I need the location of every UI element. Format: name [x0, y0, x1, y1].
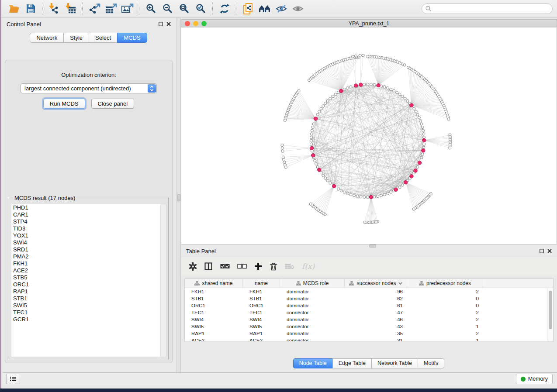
- tab-style[interactable]: Style: [63, 33, 89, 43]
- table-cell[interactable]: 35: [345, 330, 407, 337]
- table-cell[interactable]: TEC1: [243, 309, 280, 316]
- tab-mcds[interactable]: MCDS: [117, 33, 147, 43]
- save-icon[interactable]: [22, 1, 39, 16]
- zoom-fit-icon[interactable]: [176, 1, 193, 16]
- table-cell[interactable]: 46: [345, 316, 407, 323]
- table-row[interactable]: STB1STB1dominator620: [185, 295, 553, 302]
- table-cell[interactable]: RAP1: [185, 330, 243, 337]
- splitter-grip[interactable]: [177, 194, 180, 201]
- import-table-icon[interactable]: [62, 1, 79, 16]
- table-cell[interactable]: dominator: [280, 288, 345, 295]
- table-scrollbar-thumb[interactable]: [549, 291, 552, 329]
- mcds-result-item[interactable]: STP4: [11, 218, 166, 225]
- result-list-scrollbar[interactable]: [160, 204, 166, 357]
- table-cell[interactable]: SWI4: [185, 316, 243, 323]
- table-cell[interactable]: 31: [345, 337, 407, 341]
- column-header-predecessor-nodes[interactable]: predecessor nodes: [407, 279, 483, 288]
- table-cell[interactable]: 2: [407, 309, 483, 316]
- table-cell[interactable]: 1: [407, 323, 483, 330]
- hide-selected-icon[interactable]: [273, 1, 290, 16]
- table-cell[interactable]: dominator: [280, 316, 345, 323]
- show-columns-icon[interactable]: [204, 262, 213, 270]
- table-cell[interactable]: connector: [280, 337, 345, 341]
- table-row[interactable]: RAP1RAP1dominator352: [185, 330, 553, 337]
- mcds-result-item[interactable]: RAP1: [11, 288, 166, 295]
- delete-row-icon[interactable]: [270, 262, 277, 271]
- mcds-result-item[interactable]: CAR1: [11, 211, 166, 218]
- mcds-result-item[interactable]: PMA2: [11, 253, 166, 260]
- table-row[interactable]: TEC1TEC1connector472: [185, 309, 553, 316]
- import-network-icon[interactable]: [46, 1, 62, 16]
- run-mcds-button[interactable]: Run MCDS: [43, 99, 85, 109]
- table-cell[interactable]: 2: [407, 288, 483, 295]
- table-cell[interactable]: 96: [345, 288, 407, 295]
- zoom-out-icon[interactable]: [159, 1, 176, 16]
- mcds-result-item[interactable]: SWI4: [11, 239, 166, 246]
- mcds-result-item[interactable]: GCR1: [11, 316, 166, 323]
- mcds-result-item[interactable]: TID3: [11, 225, 166, 232]
- zoom-in-icon[interactable]: [143, 1, 159, 16]
- column-header-name[interactable]: name: [243, 279, 280, 288]
- table-row[interactable]: ORC1ORC1dominator610: [185, 302, 553, 309]
- table-cell[interactable]: SWI5: [243, 323, 280, 330]
- mcds-result-item[interactable]: YOX1: [11, 232, 166, 239]
- select-all-icon[interactable]: [220, 264, 230, 269]
- settings-gear-icon[interactable]: [189, 262, 197, 271]
- table-cell[interactable]: 43: [345, 323, 407, 330]
- table-cell[interactable]: ACE2: [185, 337, 243, 341]
- close-panel-icon[interactable]: [547, 249, 552, 253]
- table-cell[interactable]: 2: [407, 316, 483, 323]
- table-cell[interactable]: dominator: [280, 330, 345, 337]
- table-cell[interactable]: TEC1: [185, 309, 243, 316]
- add-row-icon[interactable]: [254, 262, 262, 270]
- column-header-shared-name[interactable]: shared name: [185, 279, 243, 288]
- tab-motifs[interactable]: Motifs: [418, 358, 444, 368]
- table-cell[interactable]: 61: [345, 302, 407, 309]
- first-neighbors-icon[interactable]: [256, 1, 273, 16]
- tab-network-table[interactable]: Network Table: [371, 358, 418, 368]
- horizontal-splitter-grip[interactable]: [369, 244, 376, 248]
- network-window-titlebar[interactable]: YPA_prune.txt_1: [181, 20, 557, 28]
- mcds-result-item[interactable]: SWI5: [11, 302, 166, 309]
- mcds-result-item[interactable]: ORC1: [11, 281, 166, 288]
- mcds-result-item[interactable]: STB1: [11, 295, 166, 302]
- table-cell[interactable]: 47: [345, 309, 407, 316]
- memory-button[interactable]: Memory: [516, 374, 553, 384]
- criterion-dropdown[interactable]: largest connected component (undirected): [21, 83, 157, 93]
- export-table-icon[interactable]: [103, 1, 119, 16]
- close-panel-icon[interactable]: [166, 22, 171, 26]
- table-scrollbar[interactable]: [547, 288, 553, 341]
- mcds-result-item[interactable]: TEC1: [11, 309, 166, 316]
- table-cell[interactable]: dominator: [280, 295, 345, 302]
- table-row[interactable]: ACE2ACE2connector311: [185, 337, 553, 341]
- table-cell[interactable]: 0: [407, 302, 483, 309]
- tab-network[interactable]: Network: [30, 33, 64, 43]
- table-cell[interactable]: dominator: [280, 302, 345, 309]
- float-panel-icon[interactable]: [159, 22, 163, 26]
- table-cell[interactable]: FKH1: [185, 288, 243, 295]
- mcds-result-item[interactable]: STB5: [11, 274, 166, 281]
- table-cell[interactable]: connector: [280, 323, 345, 330]
- mcds-result-list[interactable]: PHD1CAR1STP4TID3YOX1SWI4SRD1PMA2FKH1ACE2…: [11, 204, 166, 357]
- task-history-button[interactable]: [6, 374, 20, 384]
- table-cell[interactable]: FKH1: [243, 288, 280, 295]
- mcds-result-item[interactable]: FKH1: [11, 260, 166, 267]
- tab-edge-table[interactable]: Edge Table: [332, 358, 372, 368]
- vertical-splitter[interactable]: [176, 18, 181, 373]
- export-network-icon[interactable]: [86, 1, 103, 16]
- close-panel-button[interactable]: Close panel: [91, 99, 135, 109]
- table-cell[interactable]: ORC1: [243, 302, 280, 309]
- table-row[interactable]: SWI4SWI4dominator462: [185, 316, 553, 323]
- table-cell[interactable]: 62: [345, 295, 407, 302]
- table-row[interactable]: SWI5SWI5connector431: [185, 323, 553, 330]
- table-cell[interactable]: 2: [407, 330, 483, 337]
- apply-layout-icon[interactable]: [216, 1, 233, 16]
- tab-node-table[interactable]: Node Table: [293, 358, 333, 368]
- network-graph[interactable]: [181, 28, 557, 244]
- table-cell[interactable]: SWI5: [185, 323, 243, 330]
- table-cell[interactable]: 1: [407, 337, 483, 341]
- deselect-all-icon[interactable]: [237, 264, 247, 269]
- column-header-MCDS-role[interactable]: MCDS role: [280, 279, 345, 288]
- search-input[interactable]: [434, 5, 549, 12]
- open-folder-icon[interactable]: [6, 1, 22, 16]
